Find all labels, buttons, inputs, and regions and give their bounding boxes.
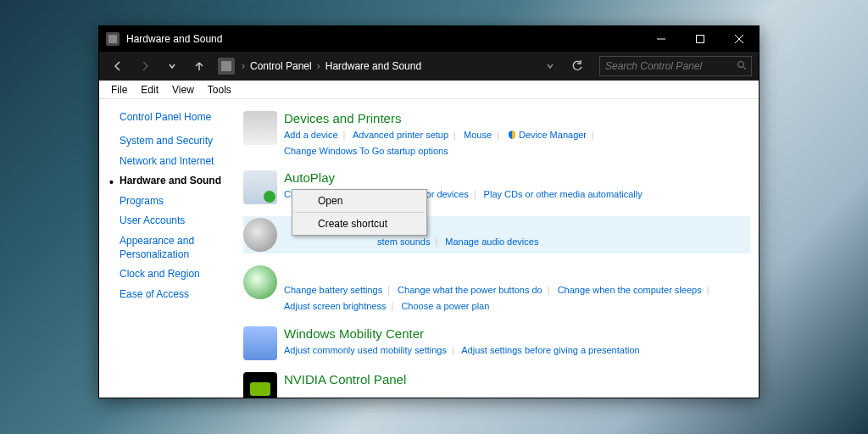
autoplay-icon bbox=[243, 170, 277, 204]
control-panel-window: Hardware and Sound › Con bbox=[98, 25, 760, 398]
menu-view[interactable]: View bbox=[165, 82, 201, 97]
forward-button[interactable] bbox=[133, 54, 157, 78]
search-input[interactable] bbox=[605, 60, 733, 72]
link-advanced-printer[interactable]: Advanced printer setup bbox=[353, 130, 448, 140]
recent-locations-button[interactable] bbox=[160, 54, 184, 78]
category-title[interactable]: AutoPlay bbox=[284, 170, 750, 185]
link-screen-brightness[interactable]: Adjust screen brightness bbox=[284, 301, 386, 311]
content-area: Control Panel Home System and Security N… bbox=[99, 99, 759, 398]
nvidia-icon bbox=[243, 372, 277, 398]
app-icon bbox=[106, 32, 120, 46]
breadcrumb-current[interactable]: Hardware and Sound bbox=[326, 60, 421, 72]
link-computer-sleeps[interactable]: Change when the computer sleeps bbox=[558, 285, 702, 295]
search-box[interactable] bbox=[599, 56, 752, 76]
sidebar-item-network-internet[interactable]: Network and Internet bbox=[120, 155, 243, 169]
sidebar-item-clock-region[interactable]: Clock and Region bbox=[120, 268, 243, 281]
search-icon[interactable] bbox=[737, 58, 747, 74]
refresh-button[interactable] bbox=[565, 54, 589, 78]
link-mouse[interactable]: Mouse bbox=[464, 130, 492, 140]
back-button[interactable] bbox=[106, 54, 130, 78]
svg-rect-1 bbox=[697, 36, 704, 43]
sidebar-home[interactable]: Control Panel Home bbox=[120, 111, 243, 123]
minimize-button[interactable] bbox=[642, 26, 681, 52]
address-icon[interactable] bbox=[218, 58, 235, 75]
breadcrumb-root[interactable]: Control Panel bbox=[250, 60, 312, 72]
titlebar: Hardware and Sound bbox=[99, 26, 759, 52]
svg-line-5 bbox=[743, 67, 746, 70]
close-button[interactable] bbox=[720, 26, 759, 52]
link-mobility-settings[interactable]: Adjust commonly used mobility settings bbox=[284, 345, 447, 355]
category-mobility-center: Windows Mobility Center Adjust commonly … bbox=[243, 326, 750, 360]
window-title: Hardware and Sound bbox=[126, 33, 642, 45]
sidebar-item-hardware-sound[interactable]: Hardware and Sound bbox=[120, 175, 243, 188]
breadcrumb[interactable]: › Control Panel › Hardware and Sound bbox=[242, 60, 535, 72]
main-panel: Devices and Printers Add a device| Advan… bbox=[243, 99, 759, 398]
category-title[interactable]: Devices and Printers bbox=[284, 111, 750, 125]
context-divider bbox=[295, 212, 424, 213]
devices-printers-icon bbox=[243, 111, 277, 145]
link-device-manager[interactable]: Device Manager bbox=[519, 130, 587, 140]
mobility-center-icon bbox=[243, 326, 277, 360]
link-play-cds[interactable]: Play CDs or other media automatically bbox=[484, 189, 643, 199]
link-windows-to-go[interactable]: Change Windows To Go startup options bbox=[284, 146, 448, 156]
breadcrumb-dropdown[interactable] bbox=[538, 54, 562, 78]
context-menu: Open Create shortcut bbox=[292, 189, 427, 236]
sound-icon bbox=[243, 218, 277, 252]
chevron-right-icon: › bbox=[242, 60, 245, 72]
context-open[interactable]: Open bbox=[294, 192, 425, 210]
category-power-options: Power Options Change battery settings| C… bbox=[243, 265, 750, 314]
menu-file[interactable]: File bbox=[104, 82, 134, 97]
category-title[interactable]: NVIDIA Control Panel bbox=[284, 372, 750, 387]
sidebar-item-appearance[interactable]: Appearance and Personalization bbox=[120, 235, 243, 261]
category-title[interactable]: Windows Mobility Center bbox=[284, 326, 750, 341]
svg-point-4 bbox=[738, 62, 744, 68]
sidebar-item-user-accounts[interactable]: User Accounts bbox=[120, 214, 243, 228]
chevron-right-icon: › bbox=[317, 60, 320, 72]
sidebar-item-ease-access[interactable]: Ease of Access bbox=[120, 288, 243, 302]
shield-icon bbox=[507, 129, 517, 139]
sidebar-item-system-security[interactable]: System and Security bbox=[120, 135, 243, 148]
up-button[interactable] bbox=[187, 54, 211, 78]
sidebar-item-programs[interactable]: Programs bbox=[120, 195, 243, 209]
sidebar: Control Panel Home System and Security N… bbox=[99, 99, 243, 398]
context-create-shortcut[interactable]: Create shortcut bbox=[294, 214, 425, 233]
category-nvidia: NVIDIA Control Panel bbox=[243, 372, 750, 398]
link-manage-audio[interactable]: Manage audio devices bbox=[445, 236, 538, 247]
menubar: File Edit View Tools bbox=[99, 81, 759, 99]
link-battery-settings[interactable]: Change battery settings bbox=[284, 285, 382, 295]
maximize-button[interactable] bbox=[681, 26, 720, 52]
link-power-buttons[interactable]: Change what the power buttons do bbox=[398, 285, 542, 295]
link-system-sounds[interactable]: stem sounds bbox=[377, 236, 430, 247]
menu-edit[interactable]: Edit bbox=[134, 82, 165, 97]
category-devices-printers: Devices and Printers Add a device| Advan… bbox=[243, 111, 750, 159]
power-options-icon bbox=[243, 265, 277, 299]
link-add-device[interactable]: Add a device bbox=[284, 130, 338, 140]
link-choose-power-plan[interactable]: Choose a power plan bbox=[401, 301, 489, 311]
window-controls bbox=[642, 26, 759, 52]
navbar: › Control Panel › Hardware and Sound bbox=[99, 52, 759, 81]
link-presentation-settings[interactable]: Adjust settings before giving a presenta… bbox=[461, 345, 639, 355]
menu-tools[interactable]: Tools bbox=[201, 82, 238, 97]
